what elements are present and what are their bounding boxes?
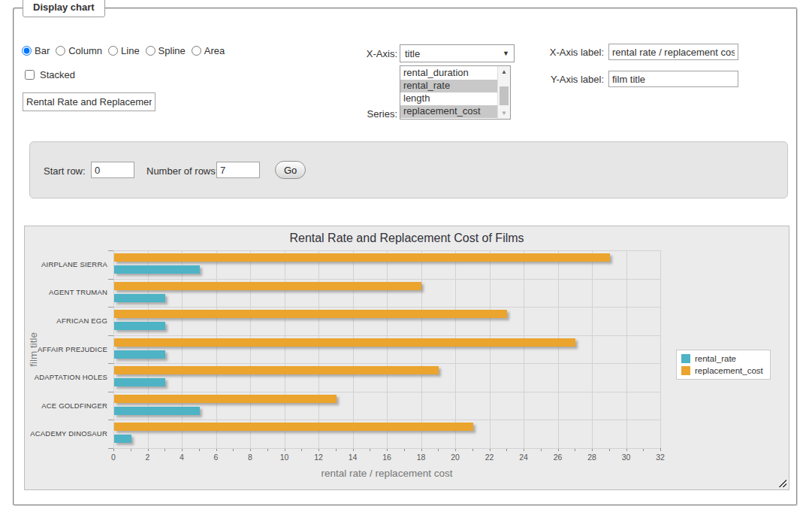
- chart-type-radio-area[interactable]: [192, 46, 201, 56]
- number-of-rows-label: Number of rows:: [146, 165, 218, 177]
- chart-title: Rental Rate and Replacement Cost of Film…: [25, 232, 789, 245]
- x-tick-label: 20: [444, 453, 466, 462]
- series-scrollbar[interactable]: ▲ ▼: [497, 66, 510, 119]
- x-tick-label: 26: [547, 453, 569, 462]
- bar-replacement_cost: [114, 366, 439, 374]
- series-option-length[interactable]: length: [400, 92, 497, 105]
- gridline-horizontal: [113, 279, 660, 280]
- chart-type-option-column[interactable]: Column: [56, 45, 102, 56]
- scrollbar-thumb[interactable]: [500, 86, 509, 105]
- y-category-label: AFRICAN EGG: [28, 317, 107, 325]
- stacked-checkbox[interactable]: [25, 70, 35, 80]
- y-axis-tick: [108, 392, 113, 392]
- legend-swatch-replacement_cost: [681, 366, 690, 375]
- gridline-vertical: [660, 250, 661, 448]
- chart-type-label: Line: [121, 45, 140, 56]
- series-options: rental_durationrental_ratelengthreplacem…: [400, 66, 497, 119]
- x-axis-label-input[interactable]: [608, 44, 738, 60]
- legend-item-rental_rate[interactable]: rental_rate: [681, 354, 763, 363]
- bar-replacement_cost: [114, 423, 473, 431]
- gridline-horizontal: [113, 448, 660, 449]
- chart-type-label: Column: [68, 45, 102, 56]
- chart-type-label: Area: [204, 45, 225, 56]
- fieldset-legend: Display chart: [23, 0, 105, 17]
- legend-swatch-rental_rate: [681, 354, 690, 363]
- chart-type-option-bar[interactable]: Bar: [22, 45, 50, 56]
- x-tick-label: 32: [649, 453, 672, 462]
- y-category-label: ACE GOLDFINGER: [28, 401, 107, 410]
- x-tick-label: 28: [581, 453, 603, 462]
- x-tick-label: 10: [273, 453, 296, 462]
- x-minor-tick: [660, 448, 661, 451]
- stacked-label: Stacked: [40, 69, 75, 80]
- gridline-vertical: [490, 250, 491, 448]
- chart-type-radio-column[interactable]: [56, 46, 65, 56]
- resize-handle-icon[interactable]: [778, 479, 786, 487]
- gridline-horizontal: [113, 250, 660, 251]
- series-listbox[interactable]: rental_durationrental_ratelengthreplacem…: [400, 65, 511, 120]
- scroll-down-icon[interactable]: ▼: [498, 110, 510, 117]
- y-axis-label-input[interactable]: [608, 71, 738, 87]
- x-tick-label: 0: [102, 453, 125, 462]
- bar-rental_rate: [114, 435, 131, 443]
- series-option-rental_duration[interactable]: rental_duration: [400, 67, 497, 80]
- gridline-horizontal: [113, 307, 660, 308]
- gridline-horizontal: [113, 420, 660, 420]
- x-tick-label: 2: [137, 453, 159, 462]
- x-axis-selected-value: title: [405, 48, 420, 59]
- x-tick-label: 12: [307, 453, 330, 462]
- gridline-vertical: [353, 250, 354, 448]
- gridline-vertical: [113, 250, 114, 448]
- y-axis-tick: [108, 335, 113, 336]
- y-category-label: ADAPTATION HOLES: [28, 373, 107, 381]
- series-option-rental_rate[interactable]: rental_rate: [400, 80, 497, 92]
- bar-rental_rate: [114, 294, 165, 302]
- series-option-replacement_cost[interactable]: replacement_cost: [400, 105, 497, 118]
- start-row-input[interactable]: [91, 162, 134, 178]
- gridline-vertical: [285, 250, 285, 448]
- x-axis-select[interactable]: title ▼: [400, 44, 515, 62]
- bar-rental_rate: [114, 350, 165, 359]
- go-button[interactable]: Go: [275, 161, 306, 179]
- chevron-down-icon: ▼: [503, 50, 509, 57]
- chart-type-radio-spline[interactable]: [146, 46, 155, 56]
- x-tick-label: 24: [512, 453, 535, 462]
- legend-item-replacement_cost[interactable]: replacement_cost: [681, 366, 763, 375]
- x-tick-label: 4: [171, 453, 193, 462]
- bar-replacement_cost: [114, 253, 610, 262]
- chart-type-label: Bar: [35, 45, 50, 56]
- y-axis-tick: [108, 250, 113, 251]
- bar-replacement_cost: [114, 395, 337, 403]
- bar-rental_rate: [114, 265, 200, 274]
- y-axis-tick: [108, 307, 113, 308]
- y-category-label: AFFAIR PREJUDICE: [28, 345, 107, 353]
- bar-rental_rate: [114, 378, 165, 386]
- chart-panel: Rental Rate and Replacement Cost of Film…: [24, 226, 789, 490]
- chart-type-radio-line[interactable]: [108, 46, 118, 56]
- number-of-rows-input[interactable]: [216, 162, 260, 178]
- legend-label-replacement_cost: replacement_cost: [695, 366, 763, 375]
- gridline-vertical: [318, 250, 319, 448]
- chart-type-option-area[interactable]: Area: [192, 45, 225, 56]
- chart-type-option-line[interactable]: Line: [108, 45, 140, 56]
- gridline-vertical: [626, 250, 627, 448]
- stacked-option[interactable]: Stacked: [22, 68, 75, 82]
- chart-type-label: Spline: [158, 45, 186, 56]
- bar-rental_rate: [114, 407, 200, 415]
- chart-type-radio-bar[interactable]: [22, 46, 32, 56]
- plot-area: 02468101214161820222426283032AIRPLANE SI…: [113, 250, 660, 448]
- gridline-vertical: [148, 250, 149, 448]
- bar-replacement_cost: [114, 338, 575, 347]
- row-range-panel: Start row: Number of rows: Go: [29, 141, 788, 198]
- chart-title-input[interactable]: [23, 92, 155, 111]
- gridline-vertical: [558, 250, 559, 448]
- gridline-horizontal: [113, 363, 660, 364]
- start-row-label: Start row:: [44, 165, 86, 177]
- gridline-vertical: [421, 250, 422, 448]
- chart-legend: rental_ratereplacement_cost: [676, 350, 771, 380]
- scroll-up-icon[interactable]: ▲: [498, 68, 510, 75]
- chart-type-option-spline[interactable]: Spline: [146, 45, 186, 56]
- y-category-label: AGENT TRUMAN: [28, 288, 107, 296]
- gridline-vertical: [250, 250, 251, 448]
- gridline-vertical: [216, 250, 217, 448]
